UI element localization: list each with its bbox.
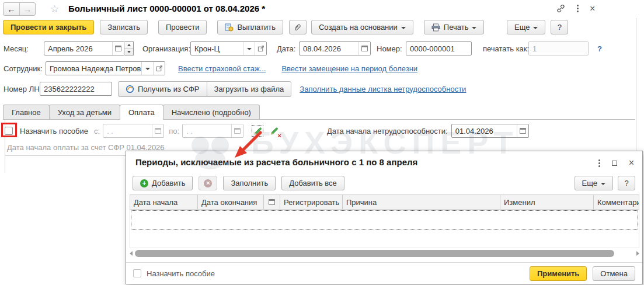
post-and-close-button[interactable]: Провести и закрыть (3, 20, 94, 34)
help-button[interactable]: ? (551, 20, 568, 34)
fill-label: Заполнить (231, 179, 268, 187)
column-header-register[interactable]: Регистрировать (280, 195, 343, 209)
insurance-record-link[interactable]: Ввести страховой стаж... (178, 64, 266, 73)
horizontal-scrollbar (130, 249, 639, 258)
add-button[interactable]: Добавить (133, 176, 193, 190)
chevron-down-icon[interactable] (141, 62, 153, 75)
organization-label: Организация: (142, 44, 187, 53)
column-header-changed-by[interactable]: Изменил (500, 195, 594, 209)
column-header-end-date[interactable]: Дата окончания (198, 195, 264, 209)
column-header-start-date[interactable]: Дата начала (130, 195, 198, 209)
scrollbar-track[interactable] (135, 250, 634, 257)
employee-value: Громова Надежда Петровна (46, 62, 141, 75)
tab-nachisleno-podrobno[interactable]: Начислено (подробно) (163, 105, 260, 119)
load-from-file-button[interactable]: Загрузить из файла (207, 81, 292, 97)
scroll-right-icon[interactable] (636, 251, 639, 256)
back-button[interactable]: ← (4, 3, 19, 15)
main-toolbar: Провести и закрыть Записать Провести Вып… (3, 20, 484, 34)
disability-start-field[interactable]: 01.04.2026 (451, 124, 529, 138)
close-icon[interactable]: × (629, 158, 634, 168)
tab-uhod-za-detmi[interactable]: Уход за детьми (49, 105, 120, 119)
spin-down-icon[interactable] (124, 49, 133, 55)
column-header-reason[interactable]: Причина (343, 195, 500, 209)
print-label: Печать (444, 23, 469, 32)
dialog-window-icons: × (598, 158, 634, 168)
dialog-toolbar-right: Еще ? (575, 176, 635, 190)
organization-value: Крон-Ц (191, 42, 243, 55)
calendar-icon[interactable] (358, 42, 370, 55)
scrollbar-thumb[interactable] (135, 250, 614, 257)
calendar-icon[interactable] (517, 124, 528, 137)
month-spinner[interactable] (124, 41, 134, 55)
more-vertical-icon[interactable] (598, 159, 600, 167)
dialog-help-button[interactable]: ? (618, 176, 635, 190)
forward-button[interactable]: → (19, 3, 35, 15)
benefit-from-field: . . (103, 124, 164, 138)
selected-empty-row[interactable] (131, 210, 638, 230)
get-link-icon[interactable] (556, 4, 566, 13)
benefit-from-value: . . (103, 124, 152, 137)
print-as-help-link[interactable]: ? (597, 44, 602, 53)
employee-field[interactable]: Громова Надежда Петровна (46, 61, 165, 75)
chevron-down-icon[interactable] (243, 42, 255, 55)
excluded-periods-dialog: Периоды, исключаемые из расчета больничн… (126, 151, 643, 284)
more-button[interactable]: Еще (507, 20, 545, 34)
dialog-assign-benefit-checkbox[interactable] (133, 269, 141, 277)
open-icon[interactable] (255, 42, 266, 55)
column-header-calendar[interactable] (264, 195, 280, 209)
dialog-title: Периоды, исключаемые из расчета больничн… (135, 157, 417, 167)
dialog-assign-benefit-label: Назначить пособие (147, 269, 215, 278)
fill-sick-note-link[interactable]: Заполнить данные листка нетрудоспособнос… (300, 85, 466, 93)
chevron-down-icon (533, 27, 538, 29)
green-pencil-icon (270, 127, 279, 135)
tab-oplata[interactable]: Оплата (120, 105, 163, 120)
employee-label: Сотрудник: (4, 64, 41, 73)
date-value: 08.04.2026 (300, 42, 358, 55)
pay-button[interactable]: Выплатить (217, 20, 283, 34)
spin-up-icon[interactable] (124, 42, 133, 49)
window-icons: × (556, 4, 595, 13)
tab-label: Оплата (128, 108, 155, 117)
open-icon[interactable] (153, 62, 165, 75)
apply-label: Применить (537, 269, 579, 278)
month-field[interactable]: Апрель 2026 (44, 41, 124, 55)
date-label: Дата: (277, 44, 297, 53)
post-button[interactable]: Провести (158, 20, 207, 34)
tab-glavnoe[interactable]: Главное (3, 105, 50, 119)
scroll-left-icon[interactable] (130, 251, 133, 256)
nav-buttons: ← → (3, 2, 36, 16)
replacement-link[interactable]: Ввести замещение на период болезни (281, 64, 417, 73)
month-label: Месяц: (4, 44, 44, 53)
get-from-sfr-button[interactable]: Получить из СФР (118, 81, 207, 97)
fill-button[interactable]: Заполнить (223, 176, 276, 190)
group-border (5, 155, 126, 156)
cancel-button[interactable]: Отмена (593, 266, 635, 281)
sick-number-field[interactable]: 235622222222 (40, 82, 112, 96)
dialog-more-button[interactable]: Еще (575, 176, 613, 190)
apply-button[interactable]: Применить (530, 266, 587, 281)
number-value: 0000-000001 (406, 42, 471, 55)
dialog-footer: Назначить пособие Применить Отмена (133, 266, 635, 281)
favorite-star-icon[interactable]: ☆ (50, 3, 59, 15)
back-arrow-icon: ← (7, 4, 16, 14)
column-header-comment[interactable]: Комментарий (594, 195, 639, 209)
toolbar-right-group: Еще ? (507, 20, 568, 34)
calendar-icon[interactable] (112, 42, 124, 55)
add-all-button[interactable]: Добавить все (281, 176, 344, 190)
maximize-icon[interactable] (612, 161, 617, 166)
dialog-toolbar: Добавить Заполнить Добавить все (133, 176, 344, 190)
attachments-button[interactable] (289, 20, 307, 34)
sfr-button-group: Получить из СФР Загрузить из файла (118, 81, 291, 97)
create-based-on-button[interactable]: Создать на основании (311, 20, 413, 34)
write-button[interactable]: Записать (100, 20, 148, 34)
organization-field[interactable]: Крон-Ц (190, 41, 267, 55)
paperclip-icon (293, 23, 302, 32)
number-field[interactable]: 0000-000001 (406, 41, 472, 55)
chevron-down-icon (401, 27, 406, 29)
print-button[interactable]: Печать (424, 20, 485, 34)
periods-table-body[interactable] (130, 210, 639, 248)
clear-periods-button[interactable]: × (268, 125, 280, 137)
date-field[interactable]: 08.04.2026 (299, 41, 371, 55)
close-icon[interactable]: × (590, 4, 595, 13)
more-vertical-icon[interactable] (577, 5, 579, 12)
